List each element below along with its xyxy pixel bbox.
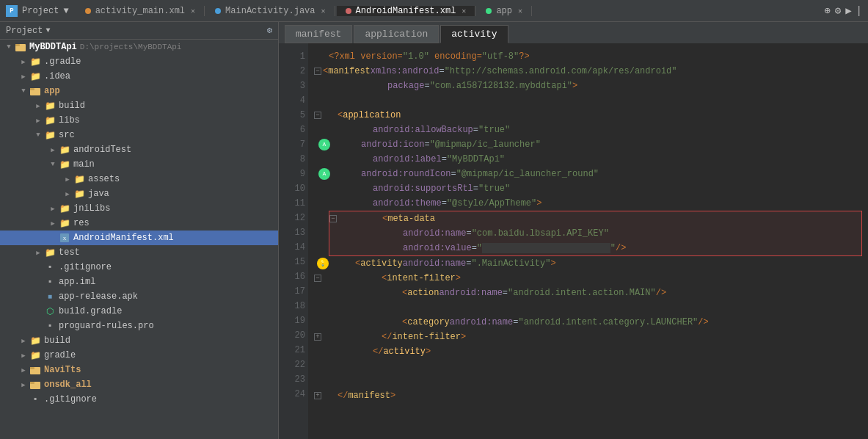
bulb-icon-15[interactable]: 💡 — [317, 258, 329, 269]
test-collapse-icon: ▶ — [32, 249, 44, 257]
fold-btn-2[interactable]: − — [314, 68, 321, 75]
code-line-20: + </intent-filter> — [314, 330, 862, 344]
meta-data-highlight-box: − <meta-data android:name="com.baidu.lbs… — [329, 211, 862, 256]
gradle-root-collapse-icon: ▶ — [18, 352, 29, 360]
java-label: java — [88, 189, 109, 199]
tree-item-gitignore-root[interactable]: ▪ .gitignore — [0, 392, 278, 407]
gear-icon[interactable]: ⚙ — [267, 25, 272, 36]
tree-item-gradle-root[interactable]: ▶ 📁 gradle — [0, 348, 278, 363]
tree-item-java[interactable]: ▶ 📁 java — [0, 186, 278, 201]
svg-rect-3 — [30, 88, 34, 90]
apk-label: app-release.apk — [59, 291, 138, 302]
build-root-label: build — [44, 335, 70, 346]
code-content[interactable]: <?xml version="1.0" encoding="utf-8"?> −… — [308, 43, 868, 439]
gradle-folder-icon: 📁 — [29, 56, 41, 68]
tree-item-main[interactable]: ▼ 📁 main — [0, 157, 278, 172]
tab-close-app[interactable]: ✕ — [518, 7, 522, 15]
androidtest-folder-icon: 📁 — [59, 144, 70, 156]
code-line-11: android:theme="@style/AppTheme"> — [314, 196, 862, 211]
code-line-16: − <intent-filter> — [314, 271, 862, 286]
more-icon[interactable]: | — [856, 5, 862, 17]
tab-dot-red — [346, 8, 351, 14]
sec-tab-application[interactable]: application — [354, 25, 439, 43]
code-line-10: android:supportsRtl="true" — [314, 181, 862, 196]
tab-close-androidmanifest[interactable]: ✕ — [462, 7, 466, 15]
tree-item-androidtest[interactable]: ▶ 📁 androidTest — [0, 142, 278, 157]
build-label: build — [59, 101, 85, 111]
svg-rect-1 — [15, 44, 20, 46]
code-line-9: A android:roundIcon="@mipmap/ic_launcher… — [314, 167, 862, 181]
tab-activity-main[interactable]: activity_main.xml ✕ — [76, 6, 205, 16]
tree-item-proguard[interactable]: ▪ proguard-rules.pro — [0, 319, 278, 333]
tab-label-app: app — [496, 6, 512, 16]
tree-item-res[interactable]: ▶ 📁 res — [0, 216, 278, 231]
gradle-root-folder-icon: 📁 — [29, 349, 41, 361]
src-folder-icon: 📁 — [44, 129, 56, 141]
svg-rect-9 — [30, 382, 34, 384]
navitts-collapse-icon: ▶ — [18, 366, 29, 374]
code-line-4 — [314, 93, 862, 108]
tree-item-build-root[interactable]: ▶ 📁 build — [0, 333, 278, 348]
tree-item-app-iml[interactable]: ▪ app.iml — [0, 275, 278, 289]
project-label: Project — [22, 6, 59, 16]
app-collapse-icon: ▼ — [18, 87, 29, 95]
tree-item-androidmanifest[interactable]: X AndroidManifest.xml — [0, 231, 278, 245]
tab-dot-orange — [85, 8, 91, 14]
code-line-21: </activity> — [314, 344, 862, 359]
tree-root[interactable]: ▼ MyBDDTApi D:\projects\MyBDDTApi — [0, 40, 278, 54]
code-line-12: − <meta-data — [329, 211, 861, 226]
android-icon-7: A — [318, 139, 330, 150]
sec-tab-manifest[interactable]: manifest — [285, 25, 352, 43]
fold-btn-5[interactable]: − — [314, 112, 321, 119]
tab-mainactivity[interactable]: MainActivity.java ✕ — [206, 6, 335, 16]
jnilibs-label: jniLibs — [73, 203, 110, 214]
code-line-15: 💡 <activity android:name=".MainActivity"… — [314, 256, 862, 271]
tree-item-build-app[interactable]: ▶ 📁 build — [0, 98, 278, 113]
tree-item-src[interactable]: ▼ 📁 src — [0, 128, 278, 142]
fold-btn-16[interactable]: − — [314, 275, 321, 282]
fold-btn-20[interactable]: + — [314, 333, 321, 341]
navitts-folder-icon — [29, 364, 41, 376]
project-icon: P — [6, 5, 18, 17]
tree-item-app[interactable]: ▼ app — [0, 84, 278, 98]
add-icon[interactable]: ⊕ — [824, 4, 830, 17]
sec-tab-activity[interactable]: activity — [440, 25, 508, 43]
tree-item-navitts[interactable]: ▶ NaviTts — [0, 363, 278, 377]
app-folder-icon — [29, 85, 41, 97]
fold-btn-24[interactable]: + — [314, 392, 321, 399]
src-collapse-icon: ▼ — [32, 131, 44, 139]
run-icon[interactable]: ▶ — [845, 4, 851, 17]
fold-btn-12[interactable]: − — [329, 215, 337, 222]
tree-item-jnilibs[interactable]: ▶ 📁 jniLibs — [0, 201, 278, 216]
tree-item-assets[interactable]: ▶ 📁 assets — [0, 172, 278, 186]
code-line-14: android:value=" " /> — [329, 241, 861, 255]
tree-item-libs[interactable]: ▶ 📁 libs — [0, 113, 278, 128]
svg-rect-7 — [30, 367, 34, 369]
secondary-tabs: manifest application activity — [279, 22, 868, 43]
tab-app[interactable]: app ✕ — [477, 6, 532, 16]
tab-androidmanifest[interactable]: AndroidManifest.xml ✕ — [337, 6, 476, 16]
code-line-23 — [314, 374, 862, 388]
tab-label-activity-main: activity_main.xml — [95, 6, 185, 16]
gitignore-app-label: .gitignore — [59, 262, 112, 272]
libs-collapse-icon: ▶ — [32, 117, 44, 125]
tree-item-build-gradle[interactable]: ⬡ build.gradle — [0, 304, 278, 319]
settings-icon[interactable]: ⚙ — [835, 4, 841, 17]
project-dropdown[interactable]: ▼ — [63, 6, 68, 16]
root-label: MyBDDTApi — [29, 42, 77, 52]
res-collapse-icon: ▶ — [47, 220, 59, 228]
tree-item-apk[interactable]: ■ app-release.apk — [0, 289, 278, 304]
tree-item-idea[interactable]: ▶ 📁 .idea — [0, 69, 278, 84]
main-label: main — [73, 159, 95, 170]
sidebar-dropdown[interactable]: ▼ — [45, 26, 50, 35]
build-gradle-label: build.gradle — [59, 306, 122, 316]
tree-item-onsdk[interactable]: ▶ onsdk_all — [0, 377, 278, 392]
sidebar-title: Project ▼ — [6, 26, 50, 36]
tree-item-test[interactable]: ▶ 📁 test — [0, 245, 278, 260]
tree-item-gitignore-app[interactable]: ▪ .gitignore — [0, 260, 278, 275]
proguard-label: proguard-rules.pro — [59, 321, 154, 331]
apk-icon: ■ — [44, 291, 56, 302]
tab-close-mainactivity[interactable]: ✕ — [321, 7, 326, 15]
tab-close-activity-main[interactable]: ✕ — [191, 7, 195, 15]
tree-item-gradle[interactable]: ▶ 📁 .gradle — [0, 54, 278, 69]
